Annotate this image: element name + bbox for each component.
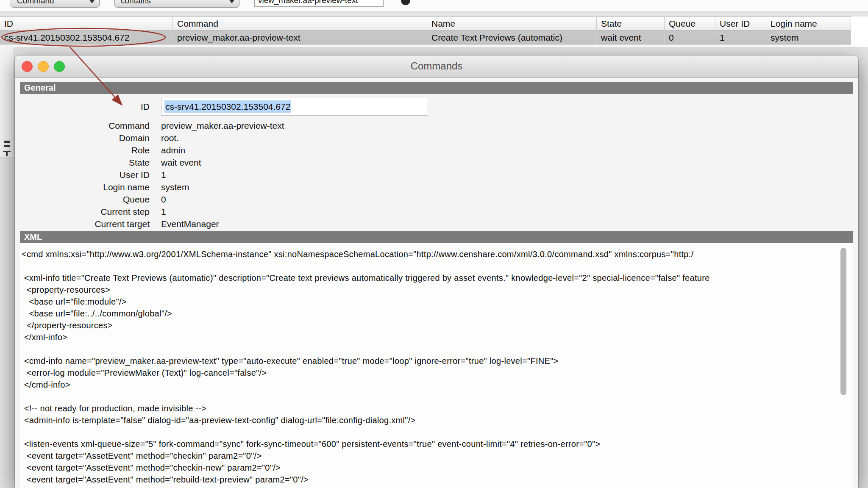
filter-field-label: Command xyxy=(17,0,54,5)
xml-line: </listen-events> xyxy=(22,485,853,488)
filter-search-input[interactable] xyxy=(254,0,384,7)
vertical-tab-icon xyxy=(4,141,10,143)
cell-id[interactable]: cs-srv41.20150302.153504.672 xyxy=(0,30,173,45)
xml-line: <error-log module="PreviewMaker (Text)" … xyxy=(22,367,853,379)
field-row-state: State wait event xyxy=(15,156,858,169)
filter-bar: Command contains xyxy=(0,0,868,12)
vertical-scrollbar-thumb[interactable] xyxy=(840,248,846,395)
background-window-edge xyxy=(0,45,13,158)
cell-name[interactable]: Create Text Previews (automatic) xyxy=(427,30,597,45)
filter-operator-dropdown[interactable]: contains xyxy=(114,0,239,8)
field-value: root. xyxy=(161,132,179,144)
field-value: system xyxy=(161,181,189,193)
filter-operator-label: contains xyxy=(121,0,151,5)
id-field-label: ID xyxy=(15,98,150,116)
close-button[interactable] xyxy=(22,61,33,72)
zoom-button[interactable] xyxy=(54,61,65,72)
field-label: Current target xyxy=(15,218,150,230)
field-row-user-id: User ID 1 xyxy=(15,169,858,181)
field-row-queue: Queue 0 xyxy=(15,193,858,205)
vertical-tab-icon xyxy=(6,152,8,156)
cell-login-name[interactable]: system xyxy=(766,30,851,45)
id-input[interactable]: cs-srv41.20150302.153504.672 xyxy=(161,98,428,116)
dialog-titlebar[interactable]: Commands xyxy=(15,55,858,78)
field-value: 0 xyxy=(161,193,166,205)
id-field-row: ID cs-srv41.20150302.153504.672 xyxy=(15,98,858,116)
xml-line: <base url="file:../../common/global"/> xyxy=(22,308,853,319)
filter-field-dropdown[interactable]: Command xyxy=(11,0,100,8)
cell-user-id[interactable]: 1 xyxy=(715,30,766,45)
screen: Command contains ID Command Name State Q… xyxy=(0,0,868,488)
xml-line: </cmd-info> xyxy=(22,379,853,391)
field-value: preview_maker.aa-preview-text xyxy=(161,119,284,132)
commands-table: ID Command Name State Queue User ID Logi… xyxy=(0,17,851,45)
section-header-xml: XML xyxy=(20,231,853,243)
commands-dialog: Commands General ID cs-srv41.20150302.15… xyxy=(15,55,858,488)
field-row-current-target: Current target EventManager xyxy=(15,218,858,230)
cell-command[interactable]: preview_maker.aa-preview-text xyxy=(173,30,427,45)
xml-line: </property-resources> xyxy=(22,319,853,331)
column-header-queue[interactable]: Queue xyxy=(665,17,715,30)
column-header-id[interactable]: ID xyxy=(0,17,173,30)
xml-line: <!-- not ready for production, made invi… xyxy=(22,402,853,414)
field-row-login-name: Login name system xyxy=(15,181,858,193)
field-value: wait event xyxy=(161,156,201,169)
column-header-login-name[interactable]: Login name xyxy=(766,17,851,30)
field-row-domain: Domain root. xyxy=(15,132,858,144)
column-header-name[interactable]: Name xyxy=(427,17,597,30)
field-row-current-step: Current step 1 xyxy=(15,205,858,218)
field-row-role: Role admin xyxy=(15,144,858,156)
xml-line xyxy=(22,391,853,402)
field-label: Domain xyxy=(15,132,150,144)
xml-line: </xml-info> xyxy=(22,331,853,343)
xml-line: <property-resources> xyxy=(22,284,853,296)
xml-line: <cmd xmlns:xsi="http://www.w3.org/2001/X… xyxy=(22,248,853,260)
xml-line: <event target="AssetEvent" method="rebui… xyxy=(22,474,853,485)
xml-line: <xml-info title="Create Text Previews (a… xyxy=(22,272,853,284)
field-label: Current step xyxy=(15,205,150,218)
id-selected-text: cs-srv41.20150302.153504.672 xyxy=(164,100,291,113)
xml-line: <base url="file:module"/> xyxy=(22,296,853,308)
xml-line xyxy=(22,426,853,438)
column-header-command[interactable]: Command xyxy=(173,17,427,30)
xml-content: <cmd xmlns:xsi="http://www.w3.org/2001/X… xyxy=(20,243,853,488)
field-row-command: Command preview_maker.aa-preview-text xyxy=(15,119,858,132)
field-label: Command xyxy=(15,119,150,132)
field-label: Role xyxy=(15,144,150,156)
column-header-user-id[interactable]: User ID xyxy=(715,17,766,30)
field-label: Login name xyxy=(15,181,150,193)
cell-state[interactable]: wait event xyxy=(597,30,665,45)
chevron-down-icon xyxy=(229,0,234,3)
minimize-button[interactable] xyxy=(38,61,49,72)
xml-line: <listen-events xml-queue-size="5" fork-c… xyxy=(22,438,853,450)
xml-line: <admin-info is-template="false" dialog-i… xyxy=(22,414,853,426)
column-header-state[interactable]: State xyxy=(597,17,665,30)
xml-line: <event target="AssetEvent" method="check… xyxy=(22,462,853,474)
field-value: 1 xyxy=(161,205,166,218)
filter-action-icon[interactable] xyxy=(401,0,410,5)
dialog-title: Commands xyxy=(15,55,858,77)
field-label: State xyxy=(15,156,150,169)
field-value: admin xyxy=(161,144,185,156)
section-header-general: General xyxy=(20,82,853,94)
field-value: 1 xyxy=(161,169,166,181)
xml-line: <event target="AssetEvent" method="check… xyxy=(22,450,853,462)
field-label: Queue xyxy=(15,193,150,205)
xml-line: <cmd-info name="preview_maker.aa-preview… xyxy=(22,355,853,367)
chevron-down-icon xyxy=(89,0,95,3)
xml-line xyxy=(22,260,853,272)
vertical-tab-icon xyxy=(4,145,10,147)
xml-line xyxy=(22,343,853,355)
cell-queue[interactable]: 0 xyxy=(665,30,715,45)
field-value: EventManager xyxy=(161,218,219,230)
field-label: User ID xyxy=(15,169,150,181)
